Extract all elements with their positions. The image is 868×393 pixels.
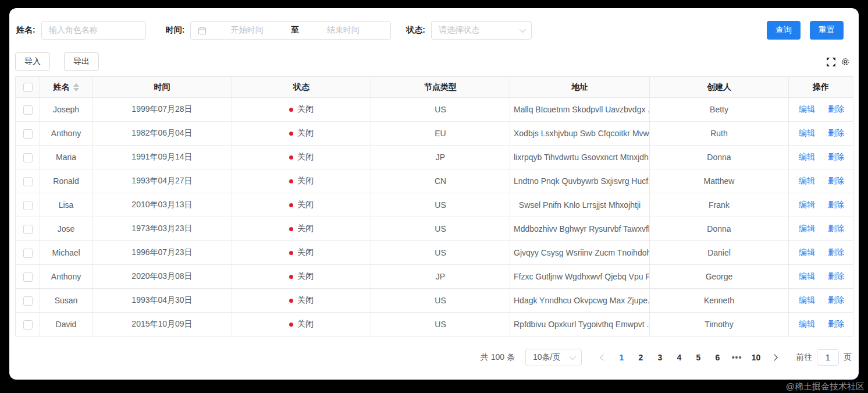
name-filter-input[interactable]: 输入角色名称 (41, 21, 146, 40)
date-range-picker[interactable]: 开始时间 至 结束时间 (190, 21, 391, 40)
next-page-button[interactable] (766, 349, 783, 366)
row-checkbox[interactable] (23, 105, 33, 115)
table-row: Anthony 2020年03月08日 关闭 JP Ffzxc Gutljnw … (16, 265, 853, 289)
delete-link[interactable]: 删除 (828, 152, 844, 161)
cell-node-type: JP (371, 146, 510, 169)
cell-node-type: US (371, 98, 510, 122)
settings-gear-icon[interactable] (841, 57, 851, 67)
edit-link[interactable]: 编辑 (799, 247, 815, 257)
delete-link[interactable]: 删除 (828, 104, 844, 114)
fullscreen-icon[interactable] (826, 57, 836, 67)
cell-address: Ffzxc Gutljnw Wgdhxwvf Qjebq Vpu F... (510, 265, 650, 289)
edit-link[interactable]: 编辑 (799, 200, 815, 209)
row-checkbox[interactable] (23, 296, 33, 306)
row-checkbox[interactable] (23, 177, 33, 186)
edit-link[interactable]: 编辑 (799, 271, 815, 281)
select-all-checkbox[interactable] (23, 83, 33, 92)
pagination-page-5[interactable]: 5 (689, 349, 708, 366)
cell-creator: Frank (650, 193, 789, 217)
cell-address: Mddbozhivv Bghwyr Rysurvbf Tawxvfl... (510, 217, 650, 241)
table-row: Susan 1993年04月30日 关闭 US Hdagk Ynndhcu Ok… (16, 289, 853, 313)
delete-link[interactable]: 删除 (828, 224, 844, 233)
status-dot-icon (289, 132, 293, 136)
edit-link[interactable]: 编辑 (799, 176, 815, 185)
page-size-select[interactable]: 10条/页 (525, 349, 582, 366)
status-select-placeholder: 请选择状态 (439, 25, 479, 36)
cell-address: Gjvqyy Csysg Wsriinv Zucm Tnoihdoh... (510, 241, 650, 265)
status-select[interactable]: 请选择状态 (431, 21, 532, 40)
table-row: Lisa 2010年03月13日 关闭 US Swsel Pnifn Knlo … (16, 193, 853, 217)
data-table: 姓名 时间 状态 节点类型 地址 创建人 操作 Joseph 1999年07月2… (15, 76, 853, 337)
pagination-page-6[interactable]: 6 (708, 349, 727, 366)
pagination-page-10[interactable]: 10 (746, 349, 766, 366)
reset-button[interactable]: 重置 (810, 21, 844, 40)
cell-status: 关闭 (232, 265, 371, 289)
cell-address: Hdagk Ynndhcu Okvpcwg Max Zjupe... (510, 289, 650, 313)
delete-link[interactable]: 删除 (828, 200, 844, 209)
export-button[interactable]: 导出 (64, 52, 99, 71)
cell-name: Joseph (40, 98, 93, 122)
status-dot-icon (289, 179, 293, 183)
cell-time: 2015年10月09日 (93, 313, 232, 337)
edit-link[interactable]: 编辑 (799, 295, 815, 305)
pagination-page-2[interactable]: 2 (631, 349, 650, 366)
edit-link[interactable]: 编辑 (799, 128, 815, 137)
delete-link[interactable]: 删除 (828, 319, 844, 328)
prev-page-button[interactable] (595, 349, 612, 366)
cell-name: Maria (40, 146, 93, 169)
goto-suffix: 页 (844, 352, 852, 363)
delete-link[interactable]: 删除 (828, 271, 844, 281)
goto-page-input[interactable] (817, 349, 839, 366)
start-date-placeholder: 开始时间 (207, 25, 287, 36)
cell-actions: 编辑删除 (789, 169, 853, 193)
column-header-name[interactable]: 姓名 (40, 77, 93, 98)
name-filter-label: 姓名: (16, 25, 35, 36)
cell-checkbox (16, 265, 40, 289)
cell-address: Rpfdbivu Opxkurl Tygoivthq Emwpvt ... (510, 313, 650, 337)
cell-status: 关闭 (232, 169, 371, 193)
status-text: 关闭 (297, 271, 314, 281)
row-checkbox[interactable] (23, 201, 33, 210)
edit-link[interactable]: 编辑 (799, 152, 815, 161)
import-button[interactable]: 导入 (15, 52, 50, 71)
chevron-right-icon (771, 354, 777, 360)
status-text: 关闭 (297, 295, 314, 305)
cell-creator: Ruth (650, 122, 789, 146)
row-checkbox[interactable] (23, 272, 33, 282)
status-text: 关闭 (297, 152, 314, 161)
status-dot-icon (289, 275, 293, 279)
pagination-page-3[interactable]: 3 (650, 349, 670, 366)
edit-link[interactable]: 编辑 (799, 319, 815, 328)
cell-name: David (40, 313, 93, 337)
table-row: Ronald 1993年04月27日 关闭 CN Lndtno Pnqk Quv… (16, 169, 853, 193)
delete-link[interactable]: 删除 (828, 295, 844, 305)
edit-link[interactable]: 编辑 (799, 224, 815, 233)
column-header-node-type: 节点类型 (371, 77, 510, 98)
cell-checkbox (16, 122, 40, 146)
row-checkbox[interactable] (23, 225, 33, 234)
pagination-bar: 共 100 条 10条/页 123456•••10 前往 页 (15, 349, 853, 366)
pagination-page-1[interactable]: 1 (612, 349, 631, 366)
cell-checkbox (16, 146, 40, 169)
delete-link[interactable]: 删除 (828, 176, 844, 185)
row-checkbox[interactable] (23, 249, 33, 258)
pagination-page-4[interactable]: 4 (670, 349, 689, 366)
cell-name: Susan (40, 289, 93, 313)
cell-time: 1996年07月23日 (93, 241, 232, 265)
edit-link[interactable]: 编辑 (799, 104, 815, 114)
status-filter-label: 状态: (406, 25, 425, 36)
delete-link[interactable]: 删除 (828, 128, 844, 137)
table-row: Joseph 1999年07月28日 关闭 US Mallq Btcuetnm … (16, 98, 853, 122)
row-checkbox[interactable] (23, 153, 33, 162)
pagination-ellipsis[interactable]: ••• (727, 349, 746, 366)
search-button[interactable]: 查询 (767, 21, 801, 40)
cell-checkbox (16, 217, 40, 241)
row-checkbox[interactable] (23, 320, 33, 330)
sort-icon[interactable] (73, 83, 79, 91)
column-header-creator: 创建人 (650, 77, 789, 98)
delete-link[interactable]: 删除 (828, 247, 844, 257)
name-input-placeholder: 输入角色名称 (49, 25, 98, 36)
cell-status: 关闭 (232, 289, 371, 313)
table-row: Michael 1996年07月23日 关闭 US Gjvqyy Csysg W… (16, 241, 853, 265)
row-checkbox[interactable] (23, 129, 33, 139)
